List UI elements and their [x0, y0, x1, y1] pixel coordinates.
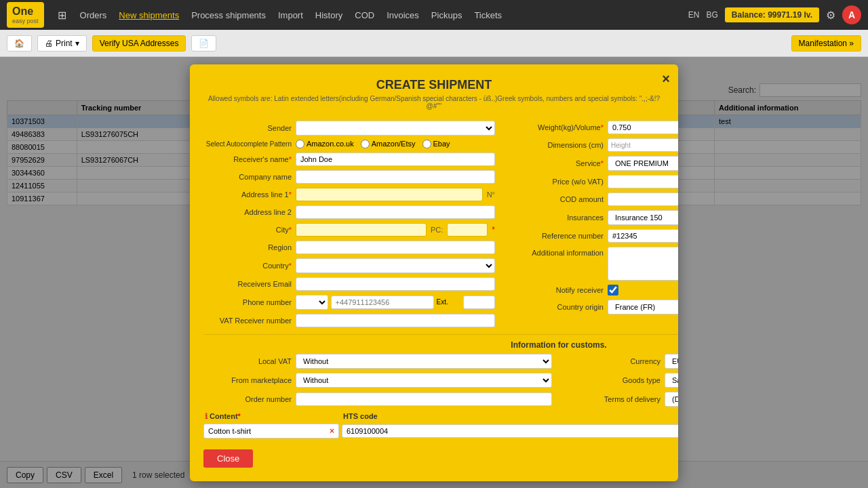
chevron-down-icon: ▾: [75, 39, 79, 48]
modal-close-button[interactable]: ×: [662, 71, 670, 87]
create-shipment-modal: CREATE SHIPMENT Allowed symbols are: Lat…: [190, 64, 678, 481]
balance-button[interactable]: Balance: 99971.19 lv.: [725, 7, 819, 22]
content-item-row: Cotton t-shirt × × ▾ 🔍: [203, 424, 678, 439]
marketplace-select[interactable]: Without: [296, 373, 552, 388]
country-row: Country*: [203, 258, 495, 273]
nav-import[interactable]: Import: [278, 10, 303, 20]
customs-grid: Local VAT Without Currency EUR From mark…: [203, 354, 678, 407]
doc-button[interactable]: 📄: [191, 35, 216, 52]
company-input[interactable]: [296, 170, 495, 184]
nav-cod[interactable]: COD: [355, 10, 374, 20]
sender-row: Sender: [203, 121, 495, 136]
hts-code-input[interactable]: [342, 424, 678, 438]
postcode-input[interactable]: [447, 223, 488, 237]
dimensions-label: Dimensions (cm): [509, 141, 604, 149]
goods-type-label: Goods type: [566, 376, 660, 384]
nav-new-shipments[interactable]: New shipments: [119, 10, 179, 20]
terms-delivery-select[interactable]: (DAP)Delivered At Place (named place of …: [665, 392, 678, 407]
gear-icon[interactable]: ⚙: [826, 9, 835, 22]
currency-row: Currency EUR: [566, 354, 678, 369]
email-input[interactable]: [296, 277, 495, 291]
nav-tickets[interactable]: Tickets: [474, 10, 502, 20]
order-number-input[interactable]: [296, 392, 552, 406]
hts-wrap: × ▾ 🔍: [342, 424, 678, 438]
insurance-label: Insurances: [509, 214, 604, 222]
phone-code-select[interactable]: [296, 295, 328, 310]
content-header: ℹ Content* HTS code Quantity S. value Ad…: [203, 412, 678, 421]
user-button[interactable]: A: [842, 5, 861, 24]
nav-invoices[interactable]: Invoices: [387, 10, 419, 20]
content-section: ℹ Content* HTS code Quantity S. value Ad…: [203, 412, 678, 439]
phone-input[interactable]: [331, 296, 434, 309]
goods-type-row: Goods type Sale of Goods: [566, 373, 678, 388]
cod-input[interactable]: [608, 192, 678, 206]
terms-delivery-label: Terms of delivery: [566, 395, 660, 403]
form-right: Weight(kg)/Volume* Dimensions (cm): [509, 121, 678, 327]
receiver-name-input[interactable]: [296, 152, 495, 166]
top-nav: One easy post ⊞ Orders New shipments Pro…: [0, 0, 868, 30]
nav-history[interactable]: History: [315, 10, 342, 20]
autocomplete-label: Select Autocomplete Pattern: [203, 140, 292, 148]
hts-col-header: HTS code: [343, 412, 678, 421]
insurance-select[interactable]: Insurance 150: [608, 210, 678, 225]
manifest-button[interactable]: Manifestation »: [791, 35, 861, 52]
additional-label: Additional information: [509, 247, 604, 257]
verify-usa-button[interactable]: Verify USA Addresses: [92, 35, 186, 52]
region-input[interactable]: [296, 241, 495, 254]
nav-orders[interactable]: Orders: [80, 10, 107, 20]
lang-en[interactable]: EN: [688, 10, 700, 20]
country-origin-select[interactable]: France (FR): [608, 300, 678, 314]
insurance-row: Insurances Insurance 150: [509, 210, 678, 225]
autocomplete-radios: Amazon.co.uk Amazon/Etsy Ebay: [296, 140, 495, 148]
address1-input[interactable]: [296, 188, 483, 201]
radio-amazon-etsy[interactable]: Amazon/Etsy: [361, 140, 416, 148]
page-content: Shipments Search: Tracking number Refere…: [0, 57, 868, 488]
cod-row: COD amount EUR: [509, 192, 678, 206]
sender-label: Sender: [203, 124, 292, 132]
goods-type-select[interactable]: Sale of Goods: [665, 373, 678, 388]
weight-input[interactable]: [608, 121, 678, 134]
nav-process-shipments[interactable]: Process shipments: [191, 10, 266, 20]
vat-row: VAT Receiver number: [203, 314, 495, 327]
main-nav: Orders New shipments Process shipments I…: [80, 10, 502, 20]
email-label: Receivers Email: [203, 280, 292, 288]
receiver-name-label: Receiver's name*: [203, 155, 292, 163]
home-button[interactable]: 🏠: [7, 35, 32, 52]
autocomplete-row: Select Autocomplete Pattern Amazon.co.uk…: [203, 140, 495, 148]
radio-ebay[interactable]: Ebay: [422, 140, 450, 148]
price-row: Price (w/o VAT): [509, 175, 678, 188]
price-input[interactable]: [608, 175, 678, 188]
item-remove-button[interactable]: ×: [330, 426, 334, 436]
grid-icon[interactable]: ⊞: [58, 9, 66, 22]
phone-label: Phone number: [203, 298, 292, 306]
phone-ext-input[interactable]: [463, 296, 496, 309]
form-left: Sender Select Autocomplete Pattern Amazo…: [203, 121, 495, 327]
local-vat-select[interactable]: Without: [296, 354, 552, 369]
marketplace-row: From marketplace Without: [203, 373, 552, 388]
print-button[interactable]: 🖨 Print ▾: [37, 35, 87, 52]
currency-select[interactable]: EUR: [665, 354, 678, 369]
sender-select[interactable]: [296, 121, 495, 136]
company-label: Company name: [203, 173, 292, 181]
address2-input[interactable]: [296, 205, 495, 219]
radio-amazon-uk[interactable]: Amazon.co.uk: [296, 140, 354, 148]
local-vat-row: Local VAT Without: [203, 354, 552, 369]
country-select[interactable]: [296, 258, 495, 273]
reference-input[interactable]: [608, 229, 678, 243]
height-input[interactable]: [608, 138, 678, 152]
vat-input[interactable]: [296, 314, 495, 327]
city-input[interactable]: [296, 223, 427, 237]
lang-bg[interactable]: BG: [706, 10, 717, 20]
notify-checkbox[interactable]: [608, 285, 618, 296]
service-select[interactable]: ONE PREMIUM: [608, 156, 678, 171]
nav-pickups[interactable]: Pickups: [431, 10, 462, 20]
info-icon: ℹ: [205, 412, 208, 420]
modal-close-btn[interactable]: Close: [203, 449, 253, 468]
address2-label: Address line 2: [203, 208, 292, 216]
receiver-name-row: Receiver's name*: [203, 152, 495, 166]
modal-body: Sender Select Autocomplete Pattern Amazo…: [203, 121, 665, 468]
country-origin-row: Country origin France (FR): [509, 300, 678, 314]
additional-textarea[interactable]: [608, 247, 678, 281]
weight-inputs: [608, 121, 678, 134]
logo-line2: easy post: [12, 18, 39, 25]
